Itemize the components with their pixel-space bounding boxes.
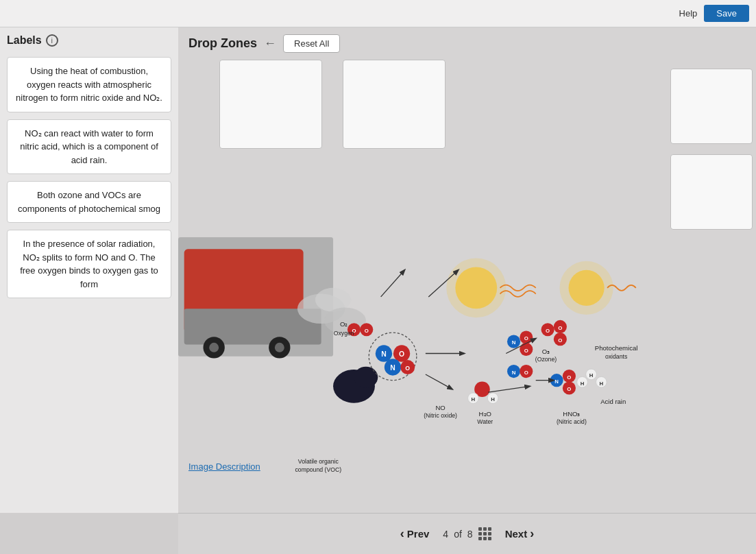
svg-text:O: O (399, 350, 404, 358)
next-button[interactable]: Next › (505, 527, 535, 541)
chemistry-area: N O N O O O O O (178, 154, 667, 475)
prev-label: Prev (407, 528, 430, 540)
right-dropboxes (670, 69, 753, 230)
svg-text:O: O (365, 328, 369, 334)
chemistry-diagram: N O N O O O O O (178, 154, 667, 475)
svg-text:H: H (589, 372, 594, 378)
prev-arrow-icon: ‹ (400, 527, 404, 541)
svg-text:NO: NO (435, 404, 445, 411)
label-card-4[interactable]: In the presence of solar radiation, NO₂ … (7, 230, 171, 298)
svg-line-69 (426, 374, 452, 389)
svg-text:H: H (491, 396, 495, 402)
svg-text:N: N (512, 339, 516, 346)
next-label: Next (505, 528, 528, 540)
drop-box-right-2[interactable] (670, 154, 753, 230)
top-dropzone-row (178, 56, 756, 152)
svg-text:O: O (524, 348, 528, 354)
svg-text:O₂: O₂ (340, 320, 347, 328)
left-sidebar: Labels i Using the heat of combustion, o… (0, 27, 178, 513)
svg-text:Photochemical: Photochemical (595, 344, 638, 352)
prev-button[interactable]: ‹ Prev (400, 527, 430, 541)
drop-box-1[interactable] (219, 60, 322, 149)
svg-point-4 (209, 343, 219, 352)
svg-text:Oxygen: Oxygen (334, 330, 354, 337)
save-button[interactable]: Save (704, 5, 749, 22)
svg-point-28 (559, 261, 613, 315)
image-description-link[interactable]: Image Description (188, 461, 260, 472)
svg-text:O: O (558, 337, 562, 344)
svg-text:(Nitric acid): (Nitric acid) (557, 418, 587, 425)
help-link[interactable]: Help (679, 8, 698, 19)
svg-text:H: H (472, 396, 476, 402)
top-bar: Help Save (0, 0, 756, 27)
svg-text:oxidants: oxidants (605, 353, 628, 360)
svg-text:O: O (524, 335, 528, 341)
svg-text:O: O (546, 328, 550, 334)
dropzones-title: Drop Zones (188, 36, 257, 51)
svg-text:(Nitric oxide): (Nitric oxide) (424, 412, 457, 419)
grid-icon[interactable] (478, 527, 491, 540)
svg-text:O: O (524, 370, 528, 376)
svg-point-6 (275, 343, 284, 352)
svg-text:O: O (405, 365, 410, 372)
svg-text:O₃: O₃ (542, 348, 550, 355)
label-card-3[interactable]: Both ozone and VOCs are components of ph… (7, 181, 171, 223)
svg-text:HNO₃: HNO₃ (563, 410, 580, 418)
svg-text:O: O (558, 325, 562, 331)
svg-line-68 (488, 386, 530, 392)
page-total: 8 (467, 529, 473, 540)
svg-text:N: N (554, 378, 559, 385)
svg-text:H: H (600, 381, 604, 387)
page-current: 4 (443, 529, 448, 540)
svg-line-63 (381, 270, 405, 297)
svg-text:H: H (581, 381, 585, 387)
svg-text:O: O (567, 386, 571, 392)
page-info: 4 of 8 (443, 527, 491, 540)
svg-point-11 (354, 367, 378, 388)
svg-text:(Ozone): (Ozone) (535, 356, 557, 363)
main-content: Drop Zones ← Reset All (178, 27, 756, 513)
sidebar-header: Labels i (7, 34, 171, 47)
svg-point-26 (446, 258, 506, 317)
drop-box-2[interactable] (343, 60, 446, 149)
svg-text:Water: Water (477, 418, 493, 425)
bottom-nav: ‹ Prev 4 of 8 Next › (178, 513, 756, 554)
svg-text:Acid rain: Acid rain (600, 398, 626, 405)
svg-text:N: N (512, 370, 516, 376)
back-arrow-icon[interactable]: ← (264, 36, 276, 51)
reset-all-button[interactable]: Reset All (283, 34, 340, 53)
dropzones-header: Drop Zones ← Reset All (178, 27, 756, 56)
page-separator: of (454, 529, 462, 540)
label-card-2[interactable]: NO₂ can react with water to form nitric … (7, 119, 171, 175)
next-arrow-icon: › (530, 527, 534, 541)
svg-text:O: O (567, 374, 571, 381)
info-icon[interactable]: i (46, 34, 58, 47)
svg-text:H₂O: H₂O (479, 410, 491, 418)
svg-text:compound (VOC): compound (VOC) (295, 466, 342, 473)
drop-box-right-1[interactable] (670, 69, 753, 144)
label-card-1[interactable]: Using the heat of combustion, oxygen rea… (7, 57, 171, 112)
svg-text:N: N (390, 364, 395, 372)
svg-text:N: N (381, 350, 387, 358)
sidebar-title: Labels (7, 34, 42, 47)
svg-text:Volatile organic: Volatile organic (298, 458, 339, 465)
